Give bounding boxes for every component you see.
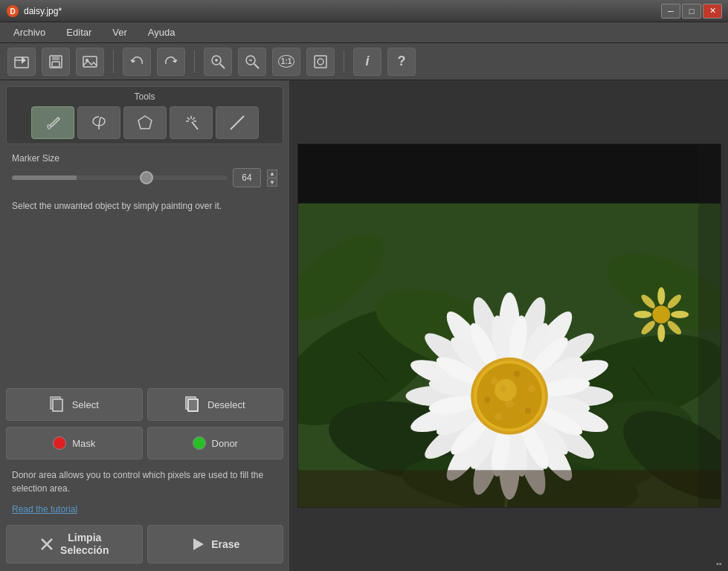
undo-button[interactable] [123, 48, 151, 76]
open-icon [13, 54, 30, 70]
tools-section: Tools [6, 86, 283, 144]
svg-rect-16 [315, 56, 326, 68]
marker-size-label: Marker Size [12, 153, 277, 164]
menu-bar: Archivo Editar Ver Ayuda [0, 22, 728, 43]
magic-wand-tool-button[interactable] [170, 106, 213, 139]
zoom-in-icon [210, 54, 226, 70]
svg-rect-6 [52, 62, 59, 67]
mask-label: Mask [72, 438, 95, 449]
zoom-1to1-button[interactable]: 1:1 [272, 48, 300, 76]
toolbar-separator-3 [344, 51, 344, 73]
svg-text:D: D [10, 7, 15, 16]
polygon-tool-button[interactable] [123, 106, 167, 139]
tools-label: Tools [11, 91, 278, 102]
svg-rect-108 [698, 144, 721, 507]
donor-color-indicator [193, 436, 206, 450]
svg-point-90 [527, 385, 535, 393]
tutorial-link[interactable]: Read the tutorial [6, 504, 283, 514]
erase-button[interactable]: Erase [147, 525, 284, 564]
title-left: D daisy.jpg* [6, 4, 62, 18]
donor-label: Donor [212, 438, 238, 449]
magic-wand-icon [181, 113, 201, 132]
info-button[interactable]: i [353, 48, 381, 76]
svg-point-100 [671, 311, 689, 318]
minimize-button[interactable]: ─ [661, 4, 680, 19]
slider-row: 64 ▲ ▼ [12, 168, 277, 187]
zoom-fit-button[interactable] [306, 48, 335, 76]
redo-icon [163, 54, 179, 70]
left-panel: Tools [0, 80, 290, 571]
marker-size-down[interactable]: ▼ [267, 178, 277, 187]
svg-line-20 [193, 117, 195, 120]
image-icon [82, 54, 98, 70]
line-icon [228, 113, 247, 132]
bottom-buttons: LimpiaSelección Erase [6, 520, 283, 565]
right-panel: ▪▪ [290, 80, 728, 571]
svg-point-102 [657, 324, 665, 342]
svg-line-24 [192, 122, 198, 129]
select-button[interactable]: Select [6, 388, 143, 421]
limpia-seleccion-label: LimpiaSelección [60, 532, 109, 557]
zoom-in-button[interactable] [204, 48, 232, 76]
svg-marker-28 [193, 538, 204, 550]
open-button[interactable] [7, 48, 36, 76]
help-icon: ? [398, 54, 406, 69]
svg-point-98 [657, 287, 665, 305]
svg-line-25 [231, 116, 244, 129]
select-icon [50, 396, 66, 413]
marker-size-section: Marker Size 64 ▲ ▼ [6, 150, 283, 190]
select-deselect-row: Select Deselect [6, 388, 283, 421]
mask-donor-row: Mask Donor [6, 427, 283, 459]
zoom-out-button[interactable] [238, 48, 266, 76]
main-content: Tools [0, 80, 728, 571]
polygon-icon [135, 113, 155, 132]
close-button[interactable]: ✕ [703, 4, 722, 19]
select-label: Select [72, 399, 99, 410]
svg-line-15 [254, 64, 259, 68]
description-text: Select the unwanted object by simply pai… [6, 196, 283, 216]
save-icon [48, 54, 64, 70]
title-controls: ─ □ ✕ [661, 4, 722, 19]
donor-button[interactable]: Donor [147, 427, 284, 459]
marker-size-slider[interactable] [12, 175, 227, 180]
status-bar: ▪▪ [716, 559, 722, 568]
svg-point-104 [634, 311, 651, 318]
svg-point-91 [524, 408, 530, 414]
svg-point-93 [484, 397, 490, 403]
svg-marker-18 [138, 116, 152, 129]
limpia-icon [39, 537, 54, 552]
zoom-fit-icon [312, 54, 329, 70]
marker-icon [43, 113, 62, 132]
marker-size-value: 64 [233, 168, 261, 187]
svg-point-17 [318, 59, 323, 65]
line-tool-button[interactable] [216, 106, 259, 139]
spacer [6, 222, 283, 382]
menu-ayuda[interactable]: Ayuda [138, 24, 186, 41]
toolbar-separator-1 [113, 51, 114, 73]
menu-archivo[interactable]: Archivo [3, 24, 56, 41]
mask-button[interactable]: Mask [6, 427, 143, 459]
save-button[interactable] [42, 48, 70, 76]
marker-tool-button[interactable] [31, 106, 74, 139]
marker-size-up[interactable]: ▲ [267, 170, 277, 178]
svg-rect-7 [83, 57, 97, 67]
redo-button[interactable] [157, 48, 185, 76]
title-bar: D daisy.jpg* ─ □ ✕ [0, 0, 728, 22]
daisy-image [298, 144, 721, 507]
lasso-icon [89, 113, 109, 132]
menu-editar[interactable]: Editar [56, 24, 102, 41]
toolbar: 1:1 i ? [0, 43, 728, 80]
limpia-seleccion-button[interactable]: LimpiaSelección [6, 525, 143, 564]
lasso-tool-button[interactable] [77, 106, 120, 139]
deselect-icon [185, 396, 202, 413]
image-button[interactable] [76, 48, 104, 76]
deselect-button[interactable]: Deselect [147, 388, 284, 421]
image-container[interactable] [297, 143, 721, 508]
toolbar-separator-2 [194, 51, 195, 73]
menu-ver[interactable]: Ver [102, 24, 138, 41]
help-button[interactable]: ? [387, 48, 416, 76]
maximize-button[interactable]: □ [682, 4, 701, 19]
svg-point-106 [652, 306, 670, 323]
mask-color-indicator [53, 436, 66, 450]
svg-rect-5 [52, 56, 59, 60]
